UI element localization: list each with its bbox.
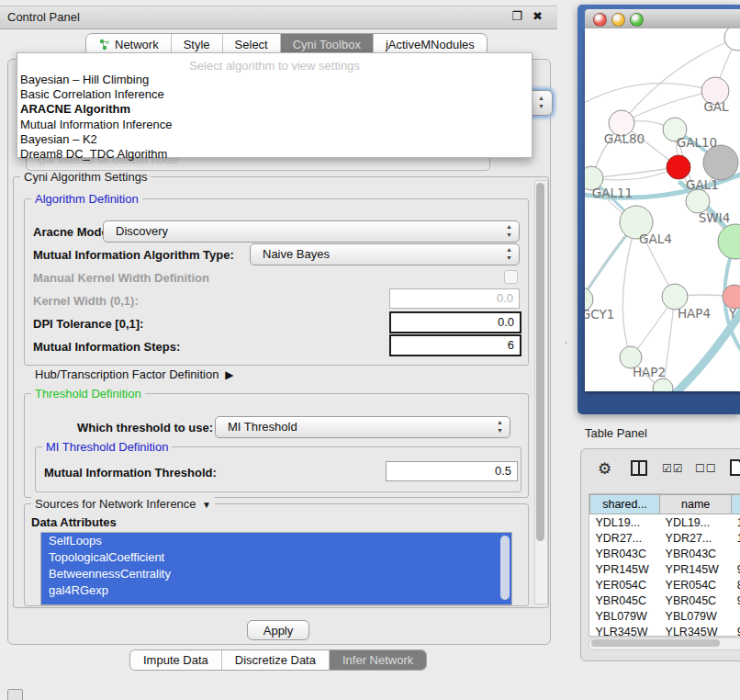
algorithm-option[interactable]: Mutual Information Inference [17, 118, 532, 132]
algorithm-option[interactable]: Bayesian – Hill Climbing [17, 73, 532, 87]
apply-button[interactable]: Apply [247, 620, 309, 640]
close-window-icon[interactable]: ✖ [533, 9, 543, 23]
table-cell: YBR045C [590, 593, 660, 608]
mi-steps-value: 6 [508, 338, 514, 352]
expand-right-icon: ▶ [222, 368, 234, 381]
close-traffic-light[interactable] [593, 13, 607, 27]
mi-threshold-label: Mutual Information Threshold: [44, 466, 217, 480]
table-cell: 9. [732, 593, 740, 608]
table-row[interactable]: YER054CYER054C8. [590, 577, 740, 593]
table-cell: YER054C [660, 577, 732, 593]
which-threshold-combobox[interactable]: MI Threshold ▲▼ [215, 416, 510, 438]
tab-infer-network[interactable]: Infer Network [330, 650, 426, 670]
tab-discretize-data[interactable]: Discretize Data [222, 650, 330, 670]
import-table-icon[interactable] [730, 459, 740, 476]
algorithm-option[interactable]: Bayesian – K2 [17, 132, 532, 147]
data-attributes-list[interactable]: SelfLoopsTopologicalCoefficientBetweenne… [40, 532, 512, 605]
table-cell: YBR045C [660, 593, 732, 608]
mi-type-combobox[interactable]: Naive Bayes ▲▼ [250, 243, 520, 265]
network-window-titlebar[interactable] [585, 9, 740, 29]
zoom-traffic-light[interactable] [630, 13, 644, 27]
dock-panel-icon[interactable] [7, 689, 23, 700]
table-cell: YBR043C [660, 546, 732, 561]
select-all-columns-icon[interactable]: ☑☑ [662, 462, 684, 475]
table-cell [732, 608, 740, 624]
manual-kernel-label: Manual Kernel Width Definition [33, 271, 209, 285]
sources-group-title[interactable]: Sources for Network Inference ▼ [31, 497, 215, 511]
panel-divider-grip[interactable]: › [565, 338, 567, 347]
node-swi4-green[interactable] [718, 224, 740, 259]
control-panel-title: Control Panel [7, 10, 80, 24]
node-top-partial[interactable] [724, 28, 740, 51]
algorithm-option[interactable]: ARACNE Algorithm [17, 102, 532, 117]
node-label-y: Y [728, 306, 737, 321]
table-row[interactable]: YPR145WYPR145W9. [590, 561, 740, 577]
dpi-tolerance-field[interactable]: 0.0 [389, 311, 521, 333]
mi-steps-field[interactable]: 6 [389, 334, 521, 356]
hub-definition-toggle[interactable]: Hub/Transcription Factor Definition ▶ [35, 367, 234, 381]
tab-label: Cyni Toolbox [293, 38, 361, 51]
table-row[interactable]: YDR27...YDR27...12 [590, 530, 740, 546]
float-window-icon[interactable]: ❐ [511, 9, 522, 23]
table-cell: 8. [732, 577, 740, 593]
kernel-width-field[interactable]: 0.0 [389, 288, 520, 309]
settings-group-title: Cyni Algorithm Settings [20, 170, 151, 184]
table-cell: YDR27... [660, 530, 732, 546]
table-row[interactable]: YBL079WYBL079W [590, 608, 740, 624]
attributes-list-scrollbar[interactable] [500, 536, 510, 600]
network-canvas[interactable]: GALGAL80GAL10GAL1GAL11SWI4GAL4GCY1HAP4YH… [585, 28, 740, 391]
mi-steps-label: Mutual Information Steps: [33, 340, 180, 354]
node-label-gal: GAL [703, 99, 729, 114]
node-label-gal1: GAL1 [686, 177, 719, 192]
table-cell: YBL079W [660, 608, 732, 624]
table-cell: YPR145W [590, 561, 660, 577]
mi-threshold-value: 0.5 [495, 464, 511, 478]
table-row[interactable]: YBR045CYBR045C9. [590, 593, 740, 608]
aracne-mode-combobox[interactable]: Discovery ▲▼ [103, 220, 520, 243]
aracne-mode-label: Aracne Mode: [33, 225, 112, 239]
algorithm-dropdown-placeholder: Select algorithm to view settings [17, 53, 532, 73]
node-table[interactable]: shared...nameAYDL19...YDL19...13YDR27...… [589, 493, 740, 637]
manual-kernel-checkbox[interactable] [504, 270, 518, 284]
node-bottom[interactable] [653, 378, 673, 391]
tab-label: jActiveMNodules [386, 38, 475, 51]
data-attribute-item[interactable]: gal4RGexp [41, 582, 511, 599]
combo-arrows-icon: ▲▼ [506, 222, 512, 239]
settings-scrollbar[interactable] [534, 180, 548, 604]
mi-threshold-group-title: MI Threshold Definition [42, 440, 172, 454]
tab-impute-data[interactable]: Impute Data [130, 650, 222, 670]
table-cell: YDL19... [660, 514, 732, 531]
bottom-tabs: Impute DataDiscretize DataInfer Network [129, 649, 427, 671]
node-label-gal11: GAL11 [592, 186, 633, 200]
collapse-down-icon: ▼ [199, 500, 211, 510]
algorithm-option[interactable]: Basic Correlation Inference [17, 87, 532, 102]
algorithm-definition-title: Algorithm Definition [31, 192, 142, 206]
table-row[interactable]: YLR345WYLR345W9. [590, 624, 740, 637]
aracne-mode-value: Discovery [116, 224, 168, 238]
gear-icon[interactable]: ⚙ [598, 459, 611, 479]
node-gray[interactable] [703, 145, 738, 180]
unselect-all-columns-icon[interactable]: ☐☐ [695, 462, 717, 475]
mi-type-label: Mutual Information Algorithm Type: [33, 248, 234, 262]
network-icon [98, 39, 110, 51]
minimize-traffic-light[interactable] [611, 13, 625, 27]
network-edge[interactable] [622, 222, 636, 357]
node-label-hap2: HAP2 [633, 365, 666, 379]
node-selected-red[interactable] [667, 155, 690, 179]
algorithm-dropdown-items: Bayesian – Hill ClimbingBasic Correlatio… [17, 73, 532, 162]
data-attribute-item[interactable]: TopologicalCoefficient [41, 549, 511, 566]
split-columns-icon[interactable] [631, 460, 647, 476]
table-panel-title: Table Panel [585, 426, 647, 440]
algorithm-option[interactable]: Dream8 DC_TDC Algorithm [17, 147, 532, 162]
table-cell: 9. [732, 624, 740, 637]
data-attribute-item[interactable]: SelfLoops [41, 533, 511, 549]
column-header-name[interactable]: name [660, 495, 732, 514]
table-row[interactable]: YBR043CYBR043C [590, 546, 740, 561]
table-row[interactable]: YDL19...YDL19...13 [590, 514, 740, 531]
table-horizontal-scrollbar[interactable] [589, 638, 740, 650]
mi-threshold-field[interactable]: 0.5 [386, 461, 518, 481]
column-header-a[interactable]: A [732, 495, 740, 514]
data-attributes-label: Data Attributes [31, 515, 117, 529]
column-header-shared-[interactable]: shared... [590, 495, 660, 514]
data-attribute-item[interactable]: BetweennessCentrality [41, 566, 511, 582]
